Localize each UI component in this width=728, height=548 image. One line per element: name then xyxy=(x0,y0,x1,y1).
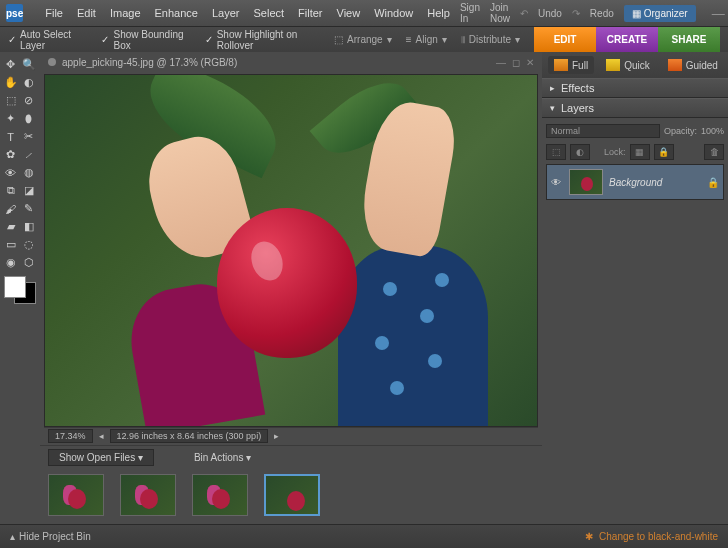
blend-mode-select[interactable]: Normal xyxy=(546,124,660,138)
adjustment-layer-button[interactable]: ◐ xyxy=(570,144,590,160)
doc-restore-button[interactable]: ◻ xyxy=(512,57,520,68)
gradient-tool[interactable]: ◧ xyxy=(20,218,37,235)
full-icon xyxy=(554,59,568,71)
auto-select-label: Auto Select Layer xyxy=(20,29,87,51)
show-bounding-box-checkbox[interactable]: Show Bounding Box xyxy=(101,29,190,51)
layer-name[interactable]: Background xyxy=(609,177,662,188)
show-open-files-dropdown[interactable]: Show Open Files ▾ xyxy=(48,449,154,466)
clone-tool[interactable]: ⧉ xyxy=(2,182,19,199)
menu-select[interactable]: Select xyxy=(247,4,290,22)
crop-tool[interactable]: ✂ xyxy=(20,128,37,145)
mode-tab-full[interactable]: Full xyxy=(548,56,594,74)
chevron-up-icon[interactable]: ▴ xyxy=(10,531,15,542)
hide-project-bin-button[interactable]: Hide Project Bin xyxy=(19,531,91,542)
color-swatch[interactable] xyxy=(4,276,36,304)
full-label: Full xyxy=(572,60,588,71)
lock-icon: 🔒 xyxy=(707,177,719,188)
move-tool[interactable]: ✥ xyxy=(2,56,19,73)
blur-tool[interactable]: ◌ xyxy=(20,236,37,253)
tab-edit[interactable]: EDIT xyxy=(534,27,596,53)
eraser-tool[interactable]: ◪ xyxy=(20,182,37,199)
sign-in-link[interactable]: Sign In xyxy=(460,2,480,24)
show-highlight-checkbox[interactable]: Show Highlight on Rollover xyxy=(205,29,320,51)
delete-layer-button[interactable]: 🗑 xyxy=(704,144,724,160)
eyedropper-tool[interactable]: ◐ xyxy=(20,74,37,91)
redo-icon[interactable]: ↷ xyxy=(572,8,580,19)
chevron-down-icon: ▾ xyxy=(387,34,392,45)
toolbox: ✥🔍 ✋◐ ⬚⊘ ✦⬮ T✂ ✿⟋ 👁◍ ⧉◪ 🖌✎ ▰◧ ▭◌ ◉⬡ xyxy=(0,52,40,522)
brush-tool[interactable]: 🖌 xyxy=(2,200,19,217)
marquee-tool[interactable]: ⬚ xyxy=(2,92,19,109)
effects-panel-header[interactable]: Effects xyxy=(542,78,728,98)
zoom-level[interactable]: 17.34% xyxy=(48,429,93,443)
bin-thumbnail[interactable] xyxy=(120,474,176,516)
menu-image[interactable]: Image xyxy=(104,4,147,22)
menu-file[interactable]: File xyxy=(39,4,69,22)
detail-tool[interactable]: ⬡ xyxy=(20,254,37,271)
redo-button[interactable]: Redo xyxy=(590,8,614,19)
layer-row-background[interactable]: 👁 Background 🔒 xyxy=(546,164,724,200)
arrange-label: Arrange xyxy=(347,34,383,45)
statusbar-arrow-icon[interactable]: ▸ xyxy=(274,431,279,441)
spot-heal-tool[interactable]: ◍ xyxy=(20,164,37,181)
mode-tab-quick[interactable]: Quick xyxy=(600,56,656,74)
menu-edit[interactable]: Edit xyxy=(71,4,102,22)
undo-button[interactable]: Undo xyxy=(538,8,562,19)
canvas[interactable] xyxy=(44,74,538,427)
document-dimensions[interactable]: 12.96 inches x 8.64 inches (300 ppi) xyxy=(110,429,269,443)
opacity-label: Opacity: xyxy=(664,126,697,136)
opacity-value[interactable]: 100% xyxy=(701,126,724,136)
layer-thumbnail[interactable] xyxy=(569,169,603,195)
auto-select-layer-checkbox[interactable]: Auto Select Layer xyxy=(8,29,87,51)
lock-all-button[interactable]: 🔒 xyxy=(654,144,674,160)
lasso-tool[interactable]: ⊘ xyxy=(20,92,37,109)
canvas-content xyxy=(217,208,357,358)
doc-close-button[interactable]: ✕ xyxy=(526,57,534,68)
shape-tool[interactable]: ▭ xyxy=(2,236,19,253)
gear-icon[interactable]: ✱ xyxy=(585,531,593,542)
menu-filter[interactable]: Filter xyxy=(292,4,328,22)
bin-thumbnail-selected[interactable] xyxy=(264,474,320,516)
organizer-button[interactable]: ▦ Organizer xyxy=(624,5,696,22)
minimize-button[interactable]: — xyxy=(712,6,725,21)
straighten-tool[interactable]: ⟋ xyxy=(20,146,37,163)
layer-visibility-icon[interactable]: 👁 xyxy=(551,177,563,188)
distribute-dropdown[interactable]: ⫴Distribute▾ xyxy=(461,34,520,46)
wand-tool[interactable]: ✦ xyxy=(2,110,19,127)
lock-transparent-button[interactable]: ▦ xyxy=(630,144,650,160)
bin-actions-dropdown[interactable]: Bin Actions ▾ xyxy=(194,452,251,463)
canvas-content xyxy=(338,246,488,426)
bucket-tool[interactable]: ▰ xyxy=(2,218,19,235)
chevron-down-icon: ▾ xyxy=(246,452,251,463)
chevron-down-icon: ▾ xyxy=(138,452,143,463)
arrange-dropdown[interactable]: ⬚Arrange▾ xyxy=(334,34,392,45)
smart-brush-tool[interactable]: ✎ xyxy=(20,200,37,217)
menu-help[interactable]: Help xyxy=(421,4,456,22)
hand-tool[interactable]: ✋ xyxy=(2,74,19,91)
statusbar-arrow-icon[interactable]: ◂ xyxy=(99,431,104,441)
zoom-tool[interactable]: 🔍 xyxy=(20,56,37,73)
tab-create[interactable]: CREATE xyxy=(596,27,658,53)
menu-layer[interactable]: Layer xyxy=(206,4,246,22)
sponge-tool[interactable]: ◉ xyxy=(2,254,19,271)
app-logo: pse xyxy=(6,4,23,22)
cookie-cutter-tool[interactable]: ✿ xyxy=(2,146,19,163)
bin-thumbnail[interactable] xyxy=(48,474,104,516)
align-dropdown[interactable]: ≡Align▾ xyxy=(406,34,447,45)
menu-view[interactable]: View xyxy=(331,4,367,22)
selection-brush-tool[interactable]: ⬮ xyxy=(20,110,37,127)
bin-thumbnail[interactable] xyxy=(192,474,248,516)
new-layer-button[interactable]: ⬚ xyxy=(546,144,566,160)
tab-share[interactable]: SHARE xyxy=(658,27,720,53)
change-bw-link[interactable]: Change to black-and-white xyxy=(599,531,718,542)
undo-icon[interactable]: ↶ xyxy=(520,8,528,19)
menu-enhance[interactable]: Enhance xyxy=(149,4,204,22)
join-now-link[interactable]: Join Now xyxy=(490,2,510,24)
redeye-tool[interactable]: 👁 xyxy=(2,164,19,181)
type-tool[interactable]: T xyxy=(2,128,19,145)
doc-minimize-button[interactable]: — xyxy=(496,57,506,68)
align-label: Align xyxy=(416,34,438,45)
layers-panel-header[interactable]: Layers xyxy=(542,98,728,118)
menu-window[interactable]: Window xyxy=(368,4,419,22)
mode-tab-guided[interactable]: Guided xyxy=(662,56,724,74)
